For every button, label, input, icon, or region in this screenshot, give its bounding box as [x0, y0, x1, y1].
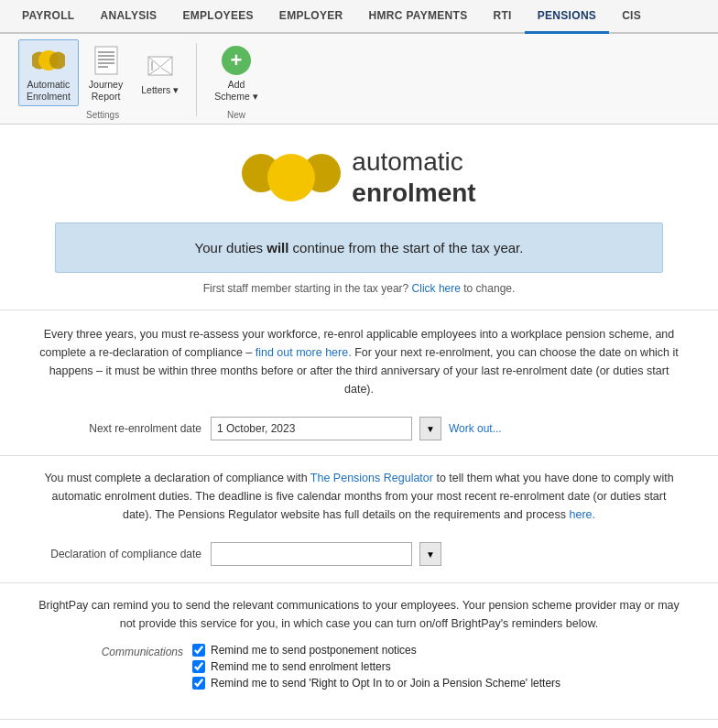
add-scheme-button[interactable]: + AddScheme ▾ [206, 39, 266, 106]
ae-title-text: automatic enrolment [352, 147, 475, 208]
ribbon-separator [196, 43, 197, 116]
communications-label: Communications [37, 644, 183, 658]
nav-employer[interactable]: EMPLOYER [267, 0, 356, 32]
subtext-suffix: to change. [463, 282, 515, 295]
settings-group-label: Settings [86, 110, 119, 120]
ae-title-line1: automatic [352, 147, 462, 176]
letters-label: Letters ▾ [141, 84, 179, 96]
first-staff-subtext: First staff member starting in the tax y… [0, 273, 718, 310]
add-scheme-icon: + [220, 44, 253, 77]
ae-title-line2: enrolment [352, 179, 475, 207]
re-enrolment-dropdown[interactable]: ▼ [419, 417, 441, 440]
declaration-section: You must complete a declaration of compl… [0, 455, 718, 582]
ae-logo [242, 154, 335, 201]
checkbox-postponement[interactable] [192, 644, 205, 657]
checkbox-right-opt-in-label: Remind me to send 'Right to Opt In to or… [211, 677, 560, 690]
add-scheme-label: AddScheme ▾ [214, 79, 257, 102]
footer: Save Changes Cancel Changes [0, 719, 718, 728]
pensions-regulator-link[interactable]: The Pensions Regulator [310, 472, 433, 484]
ae-circle-center [267, 154, 315, 201]
declaration-form-row: Declaration of compliance date ▼ [37, 535, 681, 573]
checkboxes-group: Remind me to send postponement notices R… [192, 644, 560, 690]
checkbox-enrolment-label: Remind me to send enrolment letters [211, 660, 391, 673]
re-enrolment-info: Every three years, you must re-assess yo… [0, 310, 718, 409]
checkbox-row-enrolment: Remind me to send enrolment letters [192, 660, 560, 673]
ribbon-settings-group: AutomaticEnrolment JourneyReport [18, 39, 187, 120]
nav-employees[interactable]: EMPLOYEES [169, 0, 266, 32]
re-enrolment-input-group: ▼ Work out... [211, 417, 502, 440]
declaration-text-1: You must complete a declaration of compl… [44, 472, 310, 484]
re-enrolment-form-row: Next re-enrolment date ▼ Work out... [0, 409, 718, 448]
checkbox-row-postponement: Remind me to send postponement notices [192, 644, 560, 657]
communications-section: BrightPay can remind you to send the rel… [0, 582, 718, 701]
ae-logo-circles [242, 154, 341, 201]
auto-enrolment-label: AutomaticEnrolment [27, 79, 71, 102]
subtext-prefix: First staff member starting in the tax y… [203, 282, 409, 295]
checkbox-postponement-label: Remind me to send postponement notices [211, 644, 417, 657]
info-box-text: Your duties will continue from the start… [195, 240, 524, 255]
re-enrolment-input[interactable] [211, 417, 412, 440]
declaration-dropdown[interactable]: ▼ [419, 542, 441, 566]
svg-rect-3 [95, 47, 117, 74]
letters-button[interactable]: Letters ▾ [133, 39, 187, 106]
declaration-label: Declaration of compliance date [37, 548, 201, 560]
new-group-label: New [227, 110, 245, 120]
checkbox-row-right-opt-in: Remind me to send 'Right to Opt In to or… [192, 677, 560, 690]
nav-rti[interactable]: RTI [481, 0, 525, 32]
communications-row: Communications Remind me to send postpon… [37, 642, 681, 691]
re-enrolment-label: Next re-enrolment date [37, 422, 201, 435]
find-out-more-link[interactable]: find out more here. [256, 346, 352, 359]
ribbon-buttons-new: + AddScheme ▾ [206, 39, 266, 106]
declaration-input[interactable] [211, 542, 412, 566]
auto-enrolment-button[interactable]: AutomaticEnrolment [18, 39, 79, 106]
letters-icon [144, 49, 177, 82]
info-box: Your duties will continue from the start… [55, 223, 663, 273]
ribbon-new-group: + AddScheme ▾ New [206, 39, 266, 120]
work-out-link[interactable]: Work out... [449, 422, 502, 435]
auto-enrolment-icon [32, 44, 65, 77]
declaration-info-text: You must complete a declaration of compl… [37, 469, 681, 524]
ae-title: automatic enrolment [352, 147, 475, 208]
journey-report-button[interactable]: JourneyReport [81, 39, 131, 106]
ribbon: AutomaticEnrolment JourneyReport [0, 34, 718, 125]
ae-header: automatic enrolment [0, 125, 718, 223]
nav-hmrc-payments[interactable]: HMRC PAYMENTS [356, 0, 481, 32]
checkbox-enrolment[interactable] [192, 660, 205, 673]
nav-pensions[interactable]: PENSIONS [525, 0, 609, 34]
nav-cis[interactable]: CIS [609, 0, 654, 32]
here-link[interactable]: here. [570, 508, 596, 521]
top-nav: PAYROLL ANALYSIS EMPLOYEES EMPLOYER HMRC… [0, 0, 718, 34]
checkbox-right-opt-in[interactable] [192, 677, 205, 690]
communications-info-text: BrightPay can remind you to send the rel… [37, 596, 681, 633]
click-here-link[interactable]: Click here [412, 282, 461, 295]
declaration-input-group: ▼ [211, 542, 441, 566]
nav-analysis[interactable]: ANALYSIS [87, 0, 169, 32]
ribbon-buttons-settings: AutomaticEnrolment JourneyReport [18, 39, 187, 106]
journey-report-icon [90, 44, 123, 77]
plus-circle-icon: + [222, 46, 251, 75]
journey-report-label: JourneyReport [89, 79, 123, 102]
main-content: automatic enrolment Your duties will con… [0, 125, 718, 728]
nav-payroll[interactable]: PAYROLL [9, 0, 87, 32]
